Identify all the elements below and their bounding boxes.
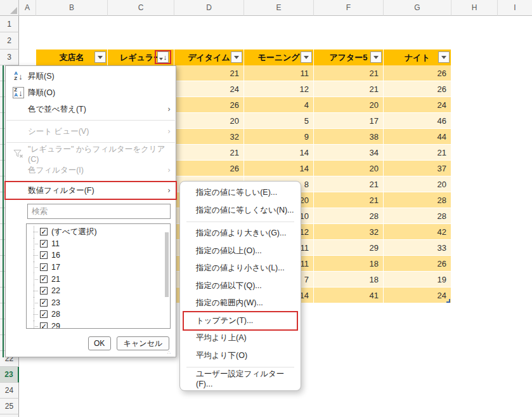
table-cell[interactable]: 21 <box>314 192 384 208</box>
menu-item-sort-desc[interactable]: ZA↓降順(O) <box>6 84 176 101</box>
filter-dropdown-icon[interactable] <box>301 51 312 63</box>
column-header-G[interactable]: G <box>384 0 451 16</box>
checkbox-checked-icon[interactable]: ✓ <box>40 287 48 295</box>
menu-item-number-filter[interactable]: 数値フィルター(F)› <box>6 182 176 199</box>
filter-value-item[interactable]: ✓16 <box>27 249 170 261</box>
submenu-item[interactable]: 指定の値に等しくない(N)... <box>180 202 301 220</box>
submenu-item[interactable]: ユーザー設定フィルター(F)... <box>180 370 301 388</box>
submenu-item[interactable]: 指定の値に等しい(E)... <box>180 184 301 202</box>
table-cell[interactable]: 12 <box>244 81 314 97</box>
column-header-H[interactable]: H <box>451 0 498 16</box>
table-cell[interactable]: 5 <box>244 113 314 129</box>
filter-value-item[interactable]: ✓29 <box>27 321 170 329</box>
menu-item-sheet-view[interactable]: シート ビュー(V)› <box>6 123 176 140</box>
table-cell[interactable]: 42 <box>384 224 451 240</box>
table-cell[interactable]: 46 <box>384 113 451 129</box>
filter-value-item[interactable]: ✓22 <box>27 285 170 297</box>
row-header-24[interactable]: 24 <box>0 383 19 399</box>
table-cell[interactable]: 26 <box>174 161 244 176</box>
table-cell[interactable]: 20 <box>314 161 384 176</box>
table-cell[interactable]: 20 <box>174 113 244 129</box>
checkbox-checked-icon[interactable]: ✓ <box>40 251 48 259</box>
table-cell[interactable]: 21 <box>314 81 384 97</box>
table-cell[interactable]: 29 <box>314 240 384 256</box>
table-cell[interactable]: 28 <box>384 208 451 224</box>
column-header-D[interactable]: D <box>174 0 244 16</box>
row-header-1[interactable]: 1 <box>0 16 19 32</box>
table-cell[interactable]: 14 <box>244 145 314 161</box>
table-cell[interactable]: 11 <box>244 65 314 81</box>
filter-dropdown-icon[interactable] <box>231 51 242 63</box>
table-cell[interactable]: 24 <box>384 288 451 303</box>
filter-dropdown-icon[interactable] <box>438 51 450 63</box>
table-cell[interactable]: 19 <box>384 272 451 288</box>
table-cell[interactable]: 18 <box>314 272 384 288</box>
checkbox-checked-icon[interactable]: ✓ <box>40 275 48 283</box>
filter-value-item[interactable]: ✓23 <box>27 297 170 309</box>
menu-item-color-filter[interactable]: 色フィルター(I)› <box>6 162 176 178</box>
filter-value-item[interactable]: ✓21 <box>27 273 170 285</box>
filter-dropdown-icon[interactable] <box>94 51 106 63</box>
column-header-I[interactable]: I <box>498 0 532 16</box>
submenu-item[interactable]: 指定の値以上(O)... <box>180 242 301 260</box>
submenu-item[interactable]: トップテン(T)... <box>184 312 297 330</box>
table-cell[interactable]: 17 <box>314 113 384 129</box>
table-cell[interactable]: 26 <box>384 81 451 97</box>
column-header-B[interactable]: B <box>36 0 108 16</box>
table-cell[interactable]: 32 <box>314 224 384 240</box>
filter-open-icon[interactable]: ↓ <box>157 51 169 63</box>
table-cell[interactable]: 20 <box>314 97 384 113</box>
menu-item-sort-by-color[interactable]: 色で並べ替え(T)› <box>6 101 176 117</box>
ok-button[interactable]: OK <box>88 336 111 350</box>
checkbox-checked-icon[interactable]: ✓ <box>40 240 48 248</box>
table-cell[interactable]: 28 <box>384 192 451 208</box>
submenu-item[interactable]: 指定の範囲内(W)... <box>180 295 301 312</box>
list-scrollbar-thumb[interactable] <box>165 232 169 297</box>
table-cell[interactable]: 21 <box>314 176 384 192</box>
menu-item-clear-filter[interactable]: "レギュラー" からフィルターをクリア(C) <box>6 145 176 162</box>
checkbox-checked-icon[interactable]: ✓ <box>40 322 48 329</box>
submenu-item[interactable]: 指定の値より小さい(L)... <box>180 260 301 277</box>
table-cell[interactable]: 21 <box>314 65 384 81</box>
cancel-button[interactable]: キャンセル <box>117 336 169 350</box>
filter-dropdown-icon[interactable] <box>370 51 382 63</box>
filter-value-item[interactable]: ✓28 <box>27 308 170 321</box>
table-cell[interactable]: 37 <box>384 161 451 176</box>
row-header-3[interactable]: 3 <box>0 50 19 65</box>
filter-value-item[interactable]: ✓11 <box>27 238 170 250</box>
table-cell[interactable]: 21 <box>174 65 244 81</box>
row-header-25[interactable]: 25 <box>0 399 19 414</box>
table-cell[interactable]: 21 <box>384 145 451 161</box>
table-cell[interactable]: 38 <box>314 129 384 145</box>
column-header-F[interactable]: F <box>314 0 384 16</box>
table-cell[interactable]: 14 <box>244 161 314 176</box>
checkbox-checked-icon[interactable]: ✓ <box>40 263 48 271</box>
table-cell[interactable]: 44 <box>384 129 451 145</box>
table-cell[interactable]: 24 <box>384 97 451 113</box>
table-cell[interactable]: 24 <box>174 81 244 97</box>
table-cell[interactable]: 41 <box>314 288 384 303</box>
column-header-A[interactable]: A <box>19 0 36 16</box>
row-header-2[interactable]: 2 <box>0 32 19 50</box>
filter-value-item[interactable]: ✓17 <box>27 261 170 274</box>
table-cell[interactable]: 20 <box>384 176 451 192</box>
table-cell[interactable]: 34 <box>314 145 384 161</box>
table-cell[interactable]: 32 <box>174 129 244 145</box>
table-cell[interactable]: 26 <box>174 97 244 113</box>
submenu-item[interactable]: 指定の値より大きい(G)... <box>180 225 301 242</box>
checkbox-checked-icon[interactable]: ✓ <box>40 228 48 235</box>
row-header-23[interactable]: 23 <box>0 367 19 383</box>
checkbox-checked-icon[interactable]: ✓ <box>40 299 48 307</box>
menu-item-sort-asc[interactable]: AZ↓昇順(S) <box>6 68 176 84</box>
search-input[interactable] <box>27 204 171 219</box>
table-cell[interactable]: 28 <box>314 208 384 224</box>
column-header-E[interactable]: E <box>244 0 314 16</box>
menu-resize-grip[interactable]: ∴ <box>167 350 174 355</box>
submenu-item[interactable]: 平均より上(A) <box>180 329 301 347</box>
table-resize-handle[interactable] <box>446 299 450 303</box>
filter-value-item[interactable]: ✓(すべて選択) <box>27 226 170 238</box>
submenu-item[interactable]: 指定の値以下(Q)... <box>180 277 301 295</box>
submenu-item[interactable]: 平均より下(O) <box>180 347 301 365</box>
table-cell[interactable]: 26 <box>384 256 451 272</box>
table-cell[interactable]: 18 <box>314 256 384 272</box>
